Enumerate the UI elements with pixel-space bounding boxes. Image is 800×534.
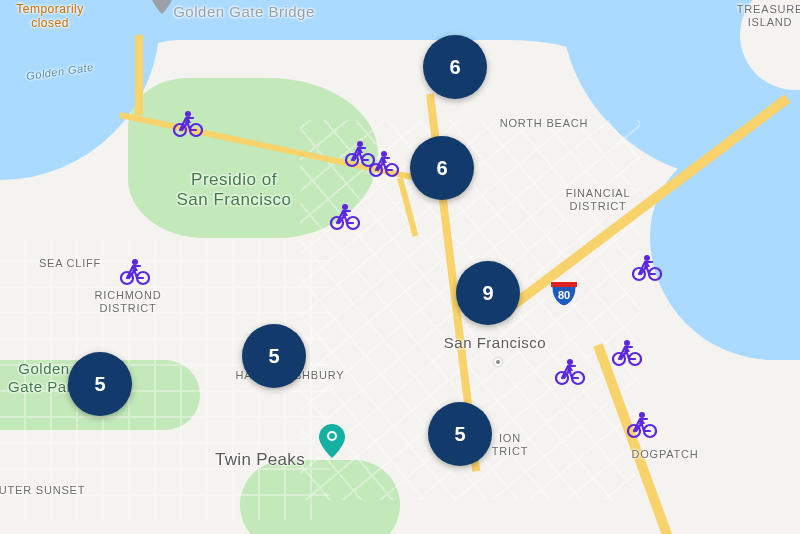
label-golden-gate-bridge: Golden Gate Bridge [173,3,315,21]
label-dogpatch: DOGPATCH [631,448,698,461]
poi-pin-golden-gate[interactable] [151,0,173,14]
bike-marker[interactable] [369,150,399,178]
hwy-shield-80: 80 [549,278,579,308]
label-financial: FINANCIAL DISTRICT [566,187,631,213]
svg-point-31 [639,412,645,418]
svg-point-13 [381,151,387,157]
svg-point-19 [132,259,138,265]
svg-text:80: 80 [558,289,570,301]
label-sea-cliff: SEA CLIFF [39,257,101,270]
hwy-101 [135,35,143,115]
label-presidio: Presidio of San Francisco [176,170,291,211]
label-san-francisco: San Francisco [444,334,546,352]
svg-point-22 [644,255,650,261]
city-dot-sf [494,358,502,366]
bike-marker[interactable] [555,358,585,386]
bike-marker[interactable] [612,339,642,367]
svg-rect-2 [551,282,577,287]
label-north-beach: NORTH BEACH [500,117,589,130]
cluster-marker[interactable]: 5 [242,324,306,388]
svg-point-7 [185,111,191,117]
cluster-marker[interactable]: 6 [423,35,487,99]
bike-marker[interactable] [627,411,657,439]
svg-point-25 [624,340,630,346]
label-richmond: RICHMOND DISTRICT [95,289,162,315]
svg-point-1 [329,433,335,439]
bike-marker[interactable] [632,254,662,282]
label-mission-frag: ION TRICT [492,432,528,458]
label-temp-closed: Temporarily closed [16,2,84,31]
svg-point-28 [567,359,573,365]
label-outer-sunset: UTER SUNSET [0,484,85,497]
label-treasure-island: TREASURE ISLAND [737,3,800,29]
bike-marker[interactable] [120,258,150,286]
svg-point-10 [357,141,363,147]
bike-marker[interactable] [173,110,203,138]
svg-point-16 [342,204,348,210]
label-twin-peaks: Twin Peaks [215,450,305,470]
map-canvas[interactable]: Golden Gate Bridge Temporarily closed Go… [0,0,800,534]
cluster-marker[interactable]: 6 [410,136,474,200]
cluster-marker[interactable]: 9 [456,261,520,325]
poi-pin-twin-peaks[interactable] [319,424,345,458]
cluster-marker[interactable]: 5 [428,402,492,466]
bike-marker[interactable] [330,203,360,231]
cluster-marker[interactable]: 5 [68,352,132,416]
